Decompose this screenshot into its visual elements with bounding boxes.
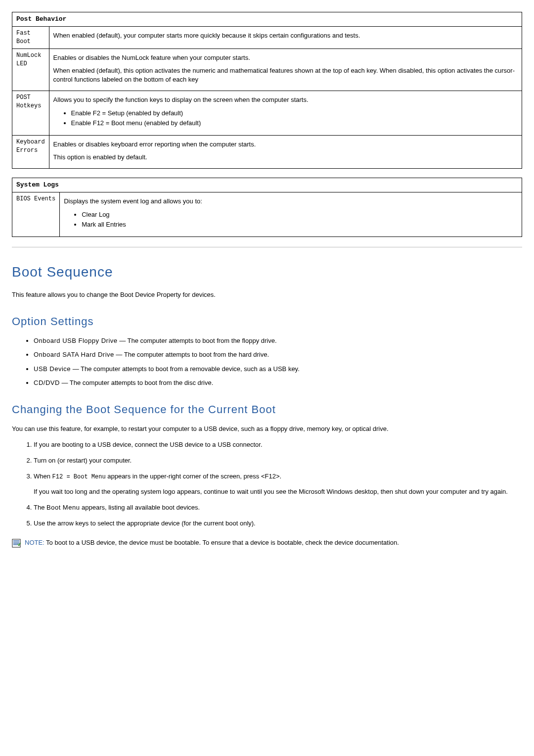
desc-text: When enabled (default), your computer st… xyxy=(53,31,518,40)
row-label: NumLock LED xyxy=(12,48,49,91)
table-row: BIOS Events Displays the system event lo… xyxy=(12,192,522,237)
heading-boot-sequence: Boot Sequence xyxy=(12,262,522,282)
step-text: appears, listing all available boot devi… xyxy=(80,504,200,511)
system-logs-table: System Logs BIOS Events Displays the sys… xyxy=(12,178,522,237)
option-settings-list: Onboard USB Floppy Drive — The computer … xyxy=(12,336,522,387)
list-item: Clear Log xyxy=(82,210,518,219)
row-desc: When enabled (default), your computer st… xyxy=(49,27,522,49)
changing-boot-intro: You can use this feature, for example, t… xyxy=(12,425,522,433)
table-row: POST Hotkeys Allows you to specify the f… xyxy=(12,91,522,136)
row-label: BIOS Events xyxy=(12,192,60,237)
post-behavior-table: Post Behavior Fast Boot When enabled (de… xyxy=(12,12,522,169)
desc-text: Allows you to specify the function keys … xyxy=(53,95,518,104)
option-desc: — The computer attempts to boot from the… xyxy=(60,379,213,386)
system-logs-header: System Logs xyxy=(12,178,522,192)
step-mono: F12 = Boot Menu xyxy=(52,473,106,480)
step-item: The Boot Menu appears, listing all avail… xyxy=(34,503,522,512)
option-name: Onboard USB Floppy Drive xyxy=(34,337,118,344)
step-text: The xyxy=(34,504,46,511)
heading-option-settings: Option Settings xyxy=(12,314,522,330)
list-item: Enable F12 = Boot menu (enabled by defau… xyxy=(71,119,518,128)
post-behavior-header: Post Behavior xyxy=(12,12,522,27)
note-body: To boot to a USB device, the device must… xyxy=(44,539,399,546)
step-strong: Boot Menu xyxy=(46,504,80,511)
row-desc: Allows you to specify the function keys … xyxy=(49,91,522,136)
heading-changing-boot: Changing the Boot Sequence for the Curre… xyxy=(12,402,522,418)
boot-sequence-intro: This feature allows you to change the Bo… xyxy=(12,290,522,299)
option-desc: — The computer attempts to boot from the… xyxy=(118,337,277,344)
list-item: CD/DVD — The computer attempts to boot f… xyxy=(34,378,522,387)
step-item: Use the arrow keys to select the appropr… xyxy=(34,519,522,528)
note-content: NOTE: To boot to a USB device, the devic… xyxy=(25,538,399,547)
note-icon xyxy=(12,539,21,548)
option-name: Onboard SATA Hard Drive xyxy=(34,351,114,358)
table-row: NumLock LED Enables or disables the NumL… xyxy=(12,48,522,91)
desc-text: Enables or disables keyboard error repor… xyxy=(53,140,518,149)
desc-text: Enables or disables the NumLock feature … xyxy=(53,53,518,62)
option-desc: — The computer attempts to boot from a r… xyxy=(71,365,300,373)
row-label: Keyboard Errors xyxy=(12,135,49,168)
list-item: Onboard USB Floppy Drive — The computer … xyxy=(34,336,522,345)
step-note: If you wait too long and the operating s… xyxy=(34,487,522,496)
table-row: Fast Boot When enabled (default), your c… xyxy=(12,27,522,49)
desc-list: Clear Log Mark all Entries xyxy=(64,210,518,229)
option-name: CD/DVD xyxy=(34,379,60,386)
row-desc: Enables or disables the NumLock feature … xyxy=(49,48,522,91)
list-item: Enable F2 = Setup (enabled by default) xyxy=(71,109,518,118)
list-item: Onboard SATA Hard Drive — The computer a… xyxy=(34,350,522,359)
section-divider xyxy=(12,247,522,247)
row-desc: Displays the system event log and allows… xyxy=(60,192,522,237)
list-item: USB Device — The computer attempts to bo… xyxy=(34,365,522,374)
table-row: Keyboard Errors Enables or disables keyb… xyxy=(12,135,522,168)
step-item: When F12 = Boot Menu appears in the uppe… xyxy=(34,472,522,496)
desc-text: This option is enabled by default. xyxy=(53,153,518,162)
list-item: Mark all Entries xyxy=(82,220,518,229)
step-item: If you are booting to a USB device, conn… xyxy=(34,440,522,449)
row-label: Fast Boot xyxy=(12,27,49,49)
steps-list: If you are booting to a USB device, conn… xyxy=(12,440,522,528)
row-desc: Enables or disables keyboard error repor… xyxy=(49,135,522,168)
desc-list: Enable F2 = Setup (enabled by default) E… xyxy=(53,109,518,128)
row-label: POST Hotkeys xyxy=(12,91,49,136)
note-block: NOTE: To boot to a USB device, the devic… xyxy=(12,538,522,548)
step-text: When xyxy=(34,472,52,480)
option-desc: — The computer attempts to boot from the… xyxy=(114,351,269,358)
step-item: Turn on (or restart) your computer. xyxy=(34,456,522,465)
step-text: appears in the upper-right corner of the… xyxy=(106,472,282,480)
note-label: NOTE: xyxy=(25,539,44,546)
option-name: USB Device xyxy=(34,365,71,373)
desc-text: When enabled (default), this option acti… xyxy=(53,66,518,84)
desc-text: Displays the system event log and allows… xyxy=(64,197,518,206)
